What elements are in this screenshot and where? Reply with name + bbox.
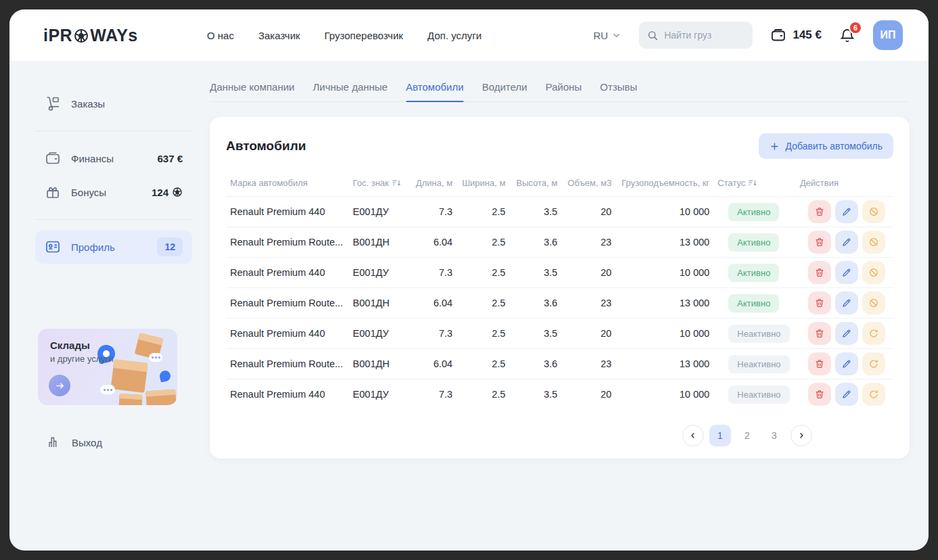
avatar[interactable]: ИП: [873, 20, 903, 50]
reactivate-vehicle-button[interactable]: [862, 383, 885, 406]
tab-regions[interactable]: Районы: [545, 81, 582, 101]
box-illustration: [146, 389, 177, 405]
edit-vehicle-button[interactable]: [835, 352, 858, 375]
nav-about[interactable]: О нас: [207, 30, 234, 41]
delete-vehicle-button[interactable]: [808, 200, 831, 223]
pagination-page-3[interactable]: 3: [763, 425, 785, 446]
status-badge: Неактивно: [728, 386, 789, 404]
sidebar-item-finance[interactable]: Финансы 637 €: [35, 141, 192, 175]
pencil-icon: [841, 328, 852, 339]
reactivate-vehicle-button[interactable]: [862, 322, 885, 345]
table-row: Renault Premium Route... В001ДН 6.04 2.5…: [226, 227, 893, 258]
cell-actions: [796, 258, 893, 288]
delete-vehicle-button[interactable]: [808, 322, 831, 345]
cell-width: 2.5: [457, 379, 510, 410]
card-title: Автомобили: [226, 139, 306, 154]
table-header-row: Марка автомобиляГос. знакДлина, мШирина,…: [226, 171, 893, 197]
cell-brand: Renault Premium 440: [226, 379, 349, 410]
edit-vehicle-button[interactable]: [835, 322, 858, 345]
nav-carrier[interactable]: Грузоперевозчик: [324, 30, 403, 41]
pagination-next-button[interactable]: [790, 425, 812, 446]
cell-brand: Renault Premium 440: [226, 319, 349, 349]
edit-vehicle-button[interactable]: [835, 383, 858, 406]
status-badge: Активно: [728, 264, 779, 282]
column-label: Действия: [800, 178, 839, 188]
cell-length: 7.3: [409, 258, 457, 288]
cell-actions: [796, 227, 893, 258]
add-vehicle-button[interactable]: Добавить автомобиль: [759, 133, 893, 159]
deactivate-vehicle-button[interactable]: [862, 231, 885, 254]
cell-height: 3.6: [510, 227, 562, 258]
pagination-page-1[interactable]: 1: [709, 425, 731, 446]
cell-capacity: 10 000: [616, 258, 714, 288]
cell-volume: 20: [562, 319, 616, 349]
tab-drivers[interactable]: Водители: [482, 81, 527, 101]
header-right: RU 145 € 6 ИП: [594, 20, 903, 50]
search-input[interactable]: [664, 30, 744, 41]
warehouses-promo-card[interactable]: Склады и другие услуги: [38, 329, 177, 405]
sidebar-item-profile[interactable]: Профиль 12: [35, 230, 192, 264]
delete-vehicle-button[interactable]: [808, 231, 831, 254]
edit-vehicle-button[interactable]: [835, 200, 858, 223]
refresh-icon: [868, 389, 879, 400]
edit-vehicle-button[interactable]: [835, 291, 858, 314]
cell-actions: [796, 319, 893, 349]
sidebar-item-orders[interactable]: Заказы: [35, 87, 192, 120]
sidebar-item-bonuses[interactable]: Бонусы 124: [35, 175, 192, 209]
notifications-button[interactable]: 6: [839, 27, 855, 43]
column-header-plate[interactable]: Гос. знак: [349, 171, 409, 197]
cell-status: Активно: [713, 258, 796, 288]
tab-company-data[interactable]: Данные компании: [210, 81, 294, 101]
cell-status: Активно: [713, 288, 796, 319]
delete-vehicle-button[interactable]: [808, 261, 831, 284]
wallet-balance[interactable]: 145 €: [770, 27, 822, 43]
promo-title: Склады: [50, 340, 177, 351]
cell-height: 3.6: [510, 288, 562, 319]
arrow-right-icon: [55, 381, 65, 391]
sidebar-item-label: Финансы: [71, 153, 114, 164]
id-card-icon: [45, 239, 61, 255]
cell-width: 2.5: [457, 197, 510, 227]
logout-button[interactable]: Выход: [46, 435, 192, 450]
dolly-icon: [45, 95, 61, 112]
tab-vehicles[interactable]: Автомобили: [406, 81, 464, 101]
sidebar-item-label: Заказы: [71, 98, 105, 110]
block-icon: [868, 237, 879, 248]
delete-vehicle-button[interactable]: [808, 383, 831, 406]
promo-arrow-button[interactable]: [49, 375, 70, 396]
nav-extra-services[interactable]: Доп. услуги: [428, 30, 482, 41]
tab-reviews[interactable]: Отзывы: [600, 81, 638, 101]
location-pin-illustration: [159, 370, 172, 383]
top-header: iPR WAYs О насЗаказчикГрузоперевозчикДоп…: [9, 9, 929, 61]
block-icon: [868, 267, 879, 278]
finance-value: 637 €: [157, 153, 183, 164]
vehicles-table: Марка автомобиляГос. знакДлина, мШирина,…: [226, 171, 893, 410]
deactivate-vehicle-button[interactable]: [862, 200, 885, 223]
column-header-status[interactable]: Статус: [713, 171, 796, 197]
logo[interactable]: iPR WAYs: [43, 26, 138, 45]
deactivate-vehicle-button[interactable]: [862, 261, 885, 284]
edit-vehicle-button[interactable]: [835, 231, 858, 254]
table-row: Renault Premium 440 Е001ДУ 7.3 2.5 3.5 2…: [226, 379, 893, 410]
table-row: Renault Premium 440 Е001ДУ 7.3 2.5 3.5 2…: [226, 258, 893, 288]
column-header-brand: Марка автомобиля: [226, 171, 349, 197]
nav-customer[interactable]: Заказчик: [259, 30, 300, 41]
reactivate-vehicle-button[interactable]: [862, 352, 885, 375]
divider: [35, 219, 192, 220]
logo-text-left: iPR: [43, 26, 72, 45]
cell-plate: Е001ДУ: [349, 258, 409, 288]
cell-actions: [796, 288, 893, 319]
column-label: Ширина, м: [462, 178, 506, 188]
pagination-page-2[interactable]: 2: [736, 425, 758, 446]
status-badge: Активно: [728, 203, 779, 221]
pagination-prev-button[interactable]: [682, 425, 704, 446]
delete-vehicle-button[interactable]: [808, 291, 831, 314]
deactivate-vehicle-button[interactable]: [862, 291, 885, 314]
cell-volume: 23: [562, 227, 616, 258]
delete-vehicle-button[interactable]: [808, 352, 831, 375]
edit-vehicle-button[interactable]: [835, 261, 858, 284]
cell-length: 7.3: [409, 197, 457, 227]
language-selector[interactable]: RU: [594, 30, 622, 41]
logo-text-right: WAYs: [90, 26, 138, 45]
tab-personal-data[interactable]: Личные данные: [313, 81, 387, 101]
